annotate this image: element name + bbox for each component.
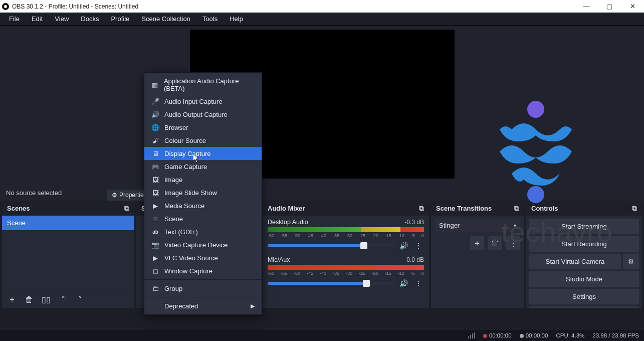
window-maximize-button[interactable]: ▢ — [598, 0, 621, 13]
cm-item-video-capture[interactable]: 📷Video Capture Device — [144, 238, 262, 251]
cm-item-browser[interactable]: 🌐Browser — [144, 121, 262, 134]
menu-file[interactable]: File — [4, 14, 25, 24]
globe-icon: 🌐 — [151, 123, 159, 131]
network-icon — [468, 332, 475, 338]
menu-scene-collection[interactable]: Scene Collection — [136, 14, 195, 24]
mixer-channel-meter — [268, 265, 424, 270]
rec-time: 00:00:00 — [520, 332, 548, 338]
context-menu-separator — [144, 279, 262, 280]
settings-button[interactable]: Settings — [529, 289, 639, 304]
play-icon: ▶ — [151, 254, 159, 262]
obs-logo-icon — [2, 3, 9, 10]
cm-item-window-capture[interactable]: ◻Window Capture — [144, 264, 262, 277]
transition-remove-button[interactable]: 🗑 — [488, 236, 502, 250]
dock-popout-icon[interactable]: ⧉ — [419, 204, 424, 213]
scene-add-button[interactable]: ＋ — [5, 293, 19, 307]
monitor-icon: 🖥 — [151, 149, 159, 157]
window-titlebar: OBS 30.1.2 - Profile: Untitled - Scenes:… — [0, 0, 644, 13]
exit-button[interactable]: Exit — [529, 306, 639, 308]
cm-item-media-source[interactable]: ▶Media Source — [144, 199, 262, 212]
scenes-panel: Scenes ⧉ Scene ＋ 🗑 ▯▯ ˄ ˅ — [2, 201, 134, 308]
svg-point-1 — [527, 186, 544, 203]
menu-edit[interactable]: Edit — [27, 14, 48, 24]
mute-button[interactable]: 🔊 — [398, 240, 409, 251]
mixer-channel-meter — [268, 227, 424, 232]
window-close-button[interactable]: ✕ — [621, 0, 644, 13]
menu-profile[interactable]: Profile — [106, 14, 134, 24]
image-icon: 🖼 — [151, 176, 159, 184]
statusbar: 00:00:00 00:00:00 CPU: 4.3% 23.98 / 23.9… — [0, 330, 644, 341]
play-icon: ▶ — [151, 202, 159, 210]
cm-item-image-slide-show[interactable]: 🖼Image Slide Show — [144, 186, 262, 199]
window-title: OBS 30.1.2 - Profile: Untitled - Scenes:… — [12, 3, 575, 10]
slideshow-icon: 🖼 — [151, 189, 159, 197]
mixer-channel-menu[interactable]: ⋮ — [413, 240, 424, 251]
mixer-channel-menu[interactable]: ⋮ — [413, 278, 424, 289]
dock-popout-icon[interactable]: ⧉ — [514, 204, 519, 213]
transition-select[interactable]: Stinger ▾ — [435, 219, 520, 232]
mixer-ticks: -60-55-50-45-40-35-30-25-20-15-10-50 — [268, 233, 424, 238]
app-audio-icon: ▦ — [151, 81, 159, 89]
menu-docks[interactable]: Docks — [76, 14, 104, 24]
cm-item-deprecated[interactable]: Deprecated▶ — [144, 299, 262, 312]
cm-item-text[interactable]: abText (GDI+) — [144, 225, 262, 238]
audio-mixer-panel: Audio Mixer ⧉ Desktop Audio -0.3 dB -60-… — [263, 201, 429, 308]
mixer-volume-slider[interactable] — [268, 282, 394, 285]
cm-item-app-audio[interactable]: ▦Application Audio Capture (BETA) — [144, 75, 262, 95]
transition-add-button[interactable]: ＋ — [470, 236, 484, 250]
submenu-arrow-icon: ▶ — [251, 303, 255, 309]
start-recording-button[interactable]: Start Recording — [529, 236, 639, 252]
scene-item[interactable]: Scene — [2, 216, 134, 230]
scene-move-up-button[interactable]: ˄ — [56, 293, 70, 307]
cm-item-game-capture[interactable]: 🎮Game Capture — [144, 160, 262, 173]
start-virtual-camera-button[interactable]: Start Virtual Camera — [529, 254, 621, 269]
menu-view[interactable]: View — [50, 14, 74, 24]
cm-item-vlc-source[interactable]: ▶VLC Video Source — [144, 251, 262, 264]
mute-button[interactable]: 🔊 — [398, 278, 409, 289]
scenes-panel-title: Scenes — [7, 205, 30, 212]
cm-item-scene[interactable]: ≣Scene — [144, 212, 262, 225]
virtual-camera-settings-button[interactable]: ⚙ — [623, 254, 639, 269]
mixer-channel-name: Mic/Aux — [268, 256, 290, 263]
cm-item-group[interactable]: 🗀Group — [144, 282, 262, 295]
dock-popout-icon[interactable]: ⧉ — [124, 204, 129, 213]
menu-tools[interactable]: Tools — [197, 14, 223, 24]
properties-label: Properties — [119, 192, 147, 199]
cm-item-audio-output[interactable]: 🔊Audio Output Capture — [144, 108, 262, 121]
watermark-logo — [487, 99, 585, 205]
scene-transitions-panel: Scene Transitions ⧉ Stinger ▾ ＋ 🗑 ⋮ — [431, 201, 524, 308]
start-streaming-button[interactable]: Start Streaming — [529, 219, 639, 234]
window-minimize-button[interactable]: — — [575, 0, 598, 13]
mixer-channel-db: -0.3 dB — [404, 219, 424, 226]
cm-item-image[interactable]: 🖼Image — [144, 173, 262, 186]
cm-item-audio-input[interactable]: 🎤Audio Input Capture — [144, 95, 262, 108]
brush-icon: 🖌 — [151, 136, 159, 144]
camera-icon: 📷 — [151, 241, 159, 249]
gamepad-icon: 🎮 — [151, 162, 159, 170]
transition-selected-label: Stinger — [439, 222, 460, 229]
gear-icon: ⚙ — [628, 258, 634, 265]
live-time: 00:00:00 — [483, 332, 512, 338]
dock-popout-icon[interactable]: ⧉ — [632, 204, 637, 213]
gear-icon: ⚙ — [112, 192, 117, 199]
text-icon: ab — [151, 228, 159, 236]
cm-item-colour-source[interactable]: 🖌Colour Source — [144, 134, 262, 147]
menubar: File Edit View Docks Profile Scene Colle… — [0, 13, 644, 26]
scene-remove-button[interactable]: 🗑 — [22, 293, 36, 307]
add-source-context-menu: ▦Application Audio Capture (BETA) 🎤Audio… — [144, 72, 262, 315]
fps-info: 23.98 / 23.98 FPS — [592, 332, 639, 338]
transition-menu-button[interactable]: ⋮ — [506, 236, 520, 250]
cpu-usage: CPU: 4.3% — [556, 332, 584, 338]
controls-panel: Controls ⧉ Start Streaming Start Recordi… — [526, 201, 642, 308]
mixer-channel-name: Desktop Audio — [268, 219, 308, 226]
mixer-channel-db: 0.0 dB — [406, 256, 424, 263]
scene-move-down-button[interactable]: ˅ — [73, 293, 87, 307]
mixer-volume-slider[interactable] — [268, 244, 394, 247]
studio-mode-button[interactable]: Studio Mode — [529, 271, 639, 287]
scene-filter-button[interactable]: ▯▯ — [39, 293, 53, 307]
context-menu-separator — [144, 297, 262, 297]
cm-item-display-capture[interactable]: 🖥Display Capture — [144, 147, 262, 160]
mixer-panel-title: Audio Mixer — [268, 205, 305, 212]
menu-help[interactable]: Help — [225, 14, 248, 24]
source-status-text: No source selected — [6, 189, 62, 197]
